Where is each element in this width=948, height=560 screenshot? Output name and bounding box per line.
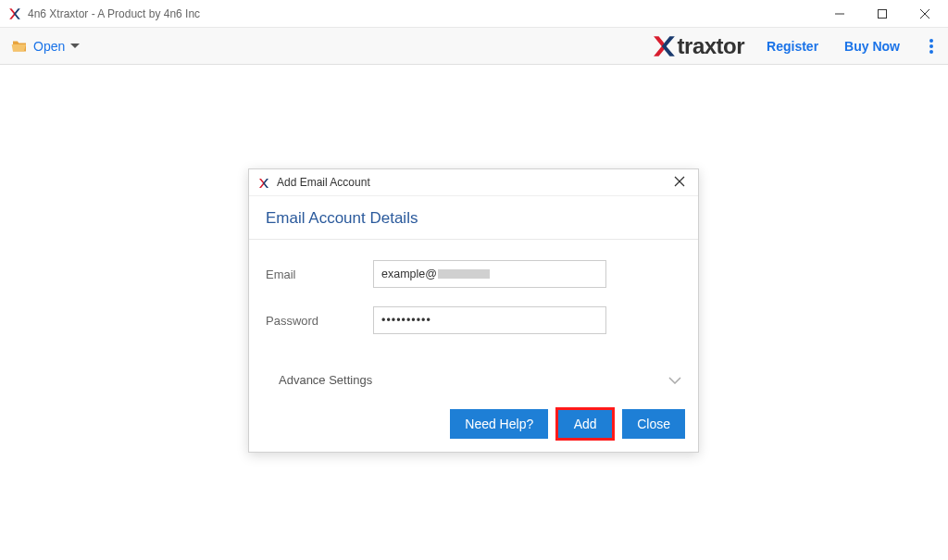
dialog-close-button[interactable] — [670, 175, 689, 190]
password-row: Password — [266, 306, 681, 334]
add-button[interactable]: Add — [557, 409, 613, 439]
app-icon — [7, 6, 22, 21]
window-controls — [818, 0, 946, 28]
brand-logo: traxtor — [652, 33, 745, 59]
email-row: Email example@ — [266, 260, 681, 288]
dialog-actions: Need Help? Add Close — [249, 400, 698, 452]
content-area: Add Email Account Email Account Details … — [0, 65, 948, 560]
main-toolbar: Open traxtor Register Buy Now — [0, 28, 948, 65]
dialog-app-icon — [258, 176, 271, 189]
dialog-titlebar: Add Email Account — [249, 169, 698, 196]
minimize-button[interactable] — [818, 0, 861, 28]
register-link[interactable]: Register — [767, 39, 818, 54]
open-button[interactable]: Open — [11, 39, 80, 54]
menu-button[interactable] — [926, 35, 937, 57]
open-label: Open — [33, 39, 65, 54]
email-label: Email — [266, 268, 373, 281]
dialog-title: Add Email Account — [277, 176, 670, 189]
svg-rect-1 — [879, 9, 887, 18]
dialog-heading: Email Account Details — [266, 209, 681, 228]
advance-settings-label: Advance Settings — [279, 373, 372, 387]
close-button[interactable]: Close — [622, 409, 685, 439]
dialog-header: Email Account Details — [249, 196, 698, 240]
redacted-text — [438, 269, 490, 279]
close-window-button[interactable] — [904, 0, 946, 28]
buy-now-link[interactable]: Buy Now — [844, 39, 900, 54]
need-help-button[interactable]: Need Help? — [450, 409, 548, 439]
brand-text: traxtor — [678, 33, 745, 59]
advance-settings-toggle[interactable]: Advance Settings — [249, 362, 698, 400]
password-field[interactable] — [373, 306, 606, 334]
chevron-down-icon — [668, 373, 681, 387]
dialog-body: Email example@ Password — [249, 240, 698, 362]
folder-icon — [11, 40, 28, 53]
add-email-account-dialog: Add Email Account Email Account Details … — [248, 168, 699, 453]
window-title: 4n6 Xtraxtor - A Product by 4n6 Inc — [28, 7, 818, 20]
chevron-down-icon — [70, 44, 80, 49]
email-field[interactable]: example@ — [373, 260, 606, 288]
window-titlebar: 4n6 Xtraxtor - A Product by 4n6 Inc — [0, 0, 948, 28]
maximize-button[interactable] — [861, 0, 904, 28]
password-label: Password — [266, 314, 373, 328]
